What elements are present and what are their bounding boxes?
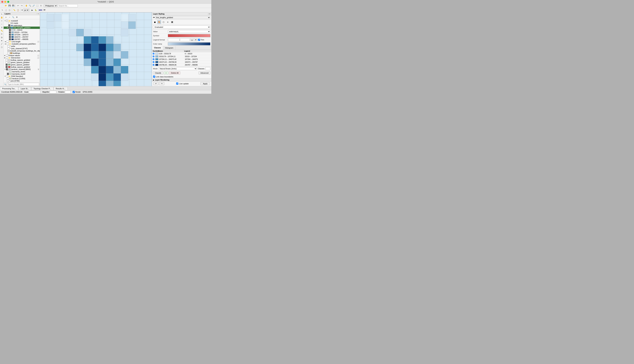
trim-checkbox[interactable] [198, 39, 200, 41]
tab-classes[interactable]: Classes [152, 46, 163, 50]
precision-up-btn[interactable]: ▲ [190, 38, 194, 41]
sidebar-item-intersection[interactable]: ▶ 📁 Intersection ⬜ [4, 56, 40, 59]
layer-properties-btn[interactable]: ⚙ [15, 16, 19, 19]
sidebar-item-landuse-cleaned[interactable]: ▼ ✓ landuse_cleaned [8863] ▽ [4, 68, 40, 70]
sidebar-item-unique-values[interactable]: ▶ Unique values ⬜ [4, 54, 40, 56]
classify-button[interactable]: Classify [153, 72, 163, 74]
class3-swatch[interactable] [155, 58, 158, 60]
checkbox-module8[interactable]: ✓ [6, 20, 8, 22]
rotation-unit-select[interactable]: px [24, 8, 29, 12]
attribute-btn[interactable]: 📋 [16, 8, 20, 12]
rotation-input[interactable]: 0,0° [65, 91, 71, 94]
node-tool[interactable]: ◎ [0, 36, 3, 39]
sidebar-item-pois[interactable]: * pois [5780] [4, 80, 40, 82]
checkbox-int[interactable] [6, 57, 8, 59]
python-btn[interactable]: 🐍 [34, 8, 38, 12]
sidebar-item-tasmania2[interactable]: ✓ tasmania_level2 [4, 73, 40, 75]
measure-tool[interactable]: 📏 [0, 29, 3, 32]
checkbox-class1[interactable]: ✓ [9, 29, 11, 31]
checkbox-uv[interactable] [6, 54, 8, 56]
checkbox-ll[interactable] [7, 40, 9, 42]
style-rule-btn[interactable]: ≡ [166, 20, 170, 24]
sidebar-item-class2[interactable]: ✓ 33319 – 107204 [4, 31, 40, 34]
sidebar-item-class1[interactable]: ✓ 0 – 33319 [4, 29, 40, 31]
color-ramp-bar[interactable] [168, 42, 210, 46]
locator-input[interactable] [7, 83, 39, 86]
zoom-in-btn[interactable]: 🔍 [29, 4, 32, 8]
apply-button[interactable]: Apply [200, 82, 210, 85]
add-line-tool[interactable]: ╱ [0, 42, 3, 46]
checkbox-pois2[interactable] [7, 80, 9, 82]
sidebar-item-landuse[interactable]: landuse [11050] [4, 78, 40, 80]
class4-check[interactable] [153, 61, 155, 63]
checkbox-tas1[interactable] [7, 70, 9, 72]
sidebar-item-grid25km[interactable]: ▶ 📁 module8_temporary grid25km [4, 43, 40, 45]
sidebar-item-green-on[interactable]: ✓ green_spaces_gridded [4, 64, 40, 66]
class2-check[interactable] [153, 56, 155, 57]
layer-rendering-header[interactable]: ▶ Layer Rendering [152, 78, 211, 81]
classes-count-input[interactable]: 5 [205, 67, 210, 70]
class3-check[interactable] [153, 58, 155, 60]
sidebar-item-class4[interactable]: ✓ 184373 – 293787 [4, 36, 40, 38]
zoom-out-btn[interactable]: 🔎 [32, 4, 35, 8]
measure-btn[interactable]: 📏 [13, 8, 16, 12]
sidebar-item-line-lengths-gridded[interactable]: ▼ ✓ line_lengths_gridded [4, 26, 40, 29]
select-rect-btn[interactable]: ⬜ [4, 8, 8, 12]
open-project-btn[interactable]: 📂 [4, 4, 8, 8]
class5-check[interactable] [153, 64, 155, 66]
link-boundaries-label[interactable]: Link class boundaries [153, 76, 210, 78]
select-poly-btn[interactable]: ⬡ [8, 8, 11, 12]
checkbox-landuse2[interactable] [7, 78, 9, 80]
layer-name-select[interactable]: line_lengths_gridded [155, 16, 210, 19]
checkbox-osm[interactable] [6, 75, 8, 77]
pointer-tool[interactable]: ↖ [0, 13, 3, 16]
redo-btn[interactable]: ↪ [20, 4, 23, 8]
sidebar-item-green-off[interactable]: green_spaces_gridded [4, 61, 40, 64]
add-layer-btn[interactable]: + [4, 16, 8, 19]
scale-input[interactable]: 1:2910705 [29, 91, 41, 94]
class2-swatch[interactable] [155, 56, 158, 58]
sidebar-item-builtup-on[interactable]: ✓ builtup_spaces_gridded [4, 66, 40, 68]
checkbox-pois[interactable] [8, 48, 10, 50]
filter-layer-btn[interactable]: 🔍 [12, 16, 15, 19]
checkbox-buildings[interactable] [8, 52, 10, 54]
add-class-button[interactable]: + [164, 72, 168, 74]
undo-style-btn[interactable]: ↩ [153, 82, 159, 85]
style-2.5d-btn[interactable]: 🔳 [170, 20, 174, 24]
checkbox-grid[interactable] [7, 43, 9, 45]
checkbox-llg[interactable]: ✓ [8, 27, 10, 29]
checkbox-class3[interactable]: ✓ [9, 34, 11, 36]
tab-topology[interactable]: Topology Checker P... [31, 87, 53, 90]
new-project-btn[interactable]: 📄 [1, 4, 4, 8]
identify-btn[interactable]: ℹ [39, 4, 43, 8]
sidebar-item-pofw[interactable]: * pofw [4, 45, 40, 47]
sidebar-item-builtup-off[interactable]: builtup_spaces_gridded [4, 59, 40, 61]
add-point-tool[interactable]: ● [0, 39, 3, 42]
style-graduated-btn[interactable]: 🎨 [157, 20, 161, 24]
pan-tool[interactable]: ✋ [0, 16, 3, 19]
checkbox-bldg-clip[interactable] [8, 50, 8, 52]
maximize-button[interactable] [7, 1, 9, 3]
tab-histogram[interactable]: Histogram [163, 46, 176, 50]
sidebar-item-tasmania1[interactable]: tasmania_level1 [4, 70, 40, 73]
advanced-button[interactable]: Advanced [199, 72, 210, 74]
class1-check[interactable] [153, 53, 155, 54]
style-categorized-btn[interactable]: ⬡ [162, 20, 165, 24]
pan-btn[interactable]: ✋ [25, 4, 28, 8]
checkbox-landuse[interactable]: ✓ [6, 68, 8, 70]
layers-panel-minimize[interactable]: − [37, 13, 38, 15]
checkbox-pofw[interactable] [8, 45, 10, 47]
styling-panel-controls[interactable]: − × [208, 13, 210, 15]
save-as-btn[interactable]: 💾 [12, 4, 15, 8]
add-poly-tool[interactable]: ⬡ [0, 46, 3, 49]
symbol-color-bar[interactable] [168, 34, 210, 37]
renderer-select[interactable]: Graduated [153, 26, 210, 29]
layers-panel-controls[interactable]: − × [37, 13, 39, 15]
select-btn[interactable]: ↖ [1, 8, 4, 12]
styling-close[interactable]: × [209, 13, 210, 15]
checkbox-roads[interactable] [8, 22, 10, 24]
minimize-button[interactable] [4, 1, 6, 3]
checkbox-tas2[interactable]: ✓ [7, 73, 9, 75]
link-boundaries-checkbox[interactable] [153, 76, 155, 78]
sidebar-item-waterways[interactable]: ✓ waterways [4, 24, 40, 26]
